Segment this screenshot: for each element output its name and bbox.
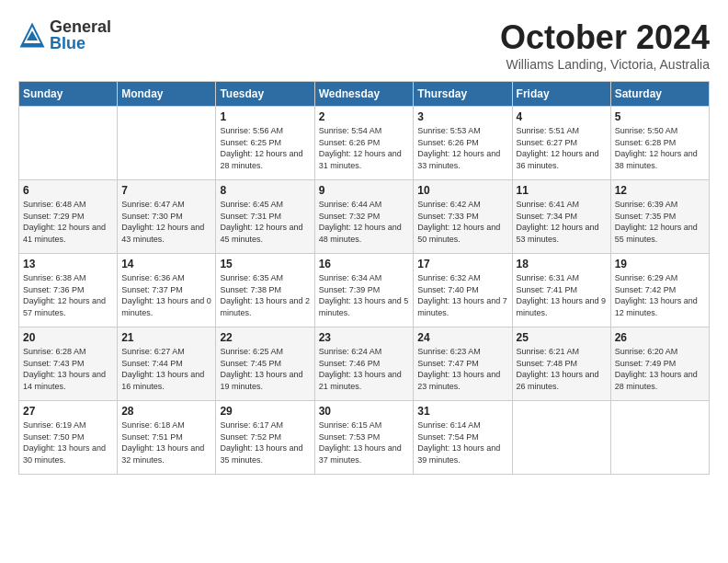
calendar-cell — [512, 401, 610, 475]
day-info: Sunrise: 6:19 AM Sunset: 7:50 PM Dayligh… — [23, 419, 113, 465]
calendar-cell: 17Sunrise: 6:32 AM Sunset: 7:40 PM Dayli… — [414, 254, 512, 327]
calendar-week-2: 6Sunrise: 6:48 AM Sunset: 7:29 PM Daylig… — [19, 180, 710, 254]
calendar-cell: 7Sunrise: 6:47 AM Sunset: 7:30 PM Daylig… — [118, 180, 216, 254]
calendar-cell: 29Sunrise: 6:17 AM Sunset: 7:52 PM Dayli… — [216, 401, 314, 475]
day-number: 6 — [23, 184, 113, 197]
calendar-cell: 6Sunrise: 6:48 AM Sunset: 7:29 PM Daylig… — [19, 180, 118, 254]
logo-blue-text: Blue — [50, 35, 111, 52]
day-header-saturday: Saturday — [610, 82, 709, 107]
day-number: 2 — [319, 110, 410, 123]
calendar-week-5: 27Sunrise: 6:19 AM Sunset: 7:50 PM Dayli… — [19, 401, 710, 475]
day-info: Sunrise: 6:17 AM Sunset: 7:52 PM Dayligh… — [220, 419, 310, 465]
day-info: Sunrise: 6:41 AM Sunset: 7:34 PM Dayligh… — [517, 199, 607, 245]
day-info: Sunrise: 6:18 AM Sunset: 7:51 PM Dayligh… — [121, 419, 211, 465]
day-info: Sunrise: 6:27 AM Sunset: 7:44 PM Dayligh… — [121, 346, 211, 392]
day-header-tuesday: Tuesday — [216, 82, 314, 107]
day-info: Sunrise: 6:21 AM Sunset: 7:48 PM Dayligh… — [517, 346, 607, 392]
day-info: Sunrise: 6:20 AM Sunset: 7:49 PM Dayligh… — [615, 346, 705, 392]
calendar-cell: 11Sunrise: 6:41 AM Sunset: 7:34 PM Dayli… — [512, 180, 610, 254]
day-info: Sunrise: 6:23 AM Sunset: 7:47 PM Dayligh… — [417, 346, 507, 392]
calendar-cell: 12Sunrise: 6:39 AM Sunset: 7:35 PM Dayli… — [610, 180, 709, 254]
day-header-thursday: Thursday — [414, 82, 512, 107]
calendar-cell: 2Sunrise: 5:54 AM Sunset: 6:26 PM Daylig… — [314, 107, 414, 180]
day-number: 20 — [23, 331, 113, 344]
day-number: 17 — [417, 258, 507, 270]
day-info: Sunrise: 6:38 AM Sunset: 7:36 PM Dayligh… — [23, 272, 113, 318]
calendar-cell: 10Sunrise: 6:42 AM Sunset: 7:33 PM Dayli… — [414, 180, 512, 254]
calendar-cell: 24Sunrise: 6:23 AM Sunset: 7:47 PM Dayli… — [414, 327, 512, 401]
calendar-cell: 3Sunrise: 5:53 AM Sunset: 6:26 PM Daylig… — [414, 107, 512, 180]
logo-general-text: General — [50, 18, 111, 35]
calendar-cell: 18Sunrise: 6:31 AM Sunset: 7:41 PM Dayli… — [512, 254, 610, 327]
day-number: 25 — [517, 331, 607, 344]
calendar-cell — [610, 401, 709, 475]
month-title: October 2024 — [500, 18, 710, 57]
day-number: 14 — [121, 258, 211, 270]
location-subtitle: Williams Landing, Victoria, Australia — [500, 57, 710, 72]
logo-icon — [18, 21, 46, 49]
calendar-cell: 8Sunrise: 6:45 AM Sunset: 7:31 PM Daylig… — [216, 180, 314, 254]
day-info: Sunrise: 6:35 AM Sunset: 7:38 PM Dayligh… — [220, 272, 310, 318]
day-info: Sunrise: 5:54 AM Sunset: 6:26 PM Dayligh… — [319, 125, 410, 171]
day-number: 11 — [517, 184, 607, 197]
calendar-cell: 13Sunrise: 6:38 AM Sunset: 7:36 PM Dayli… — [19, 254, 118, 327]
calendar-table: SundayMondayTuesdayWednesdayThursdayFrid… — [18, 81, 710, 475]
day-info: Sunrise: 6:14 AM Sunset: 7:54 PM Dayligh… — [417, 419, 507, 465]
day-number: 15 — [220, 258, 310, 270]
day-number: 1 — [220, 110, 310, 123]
calendar-week-1: 1Sunrise: 5:56 AM Sunset: 6:25 PM Daylig… — [19, 107, 710, 180]
day-header-wednesday: Wednesday — [314, 82, 414, 107]
day-info: Sunrise: 5:50 AM Sunset: 6:28 PM Dayligh… — [615, 125, 705, 171]
calendar-week-4: 20Sunrise: 6:28 AM Sunset: 7:43 PM Dayli… — [19, 327, 710, 401]
calendar-cell: 4Sunrise: 5:51 AM Sunset: 6:27 PM Daylig… — [512, 107, 610, 180]
day-info: Sunrise: 6:45 AM Sunset: 7:31 PM Dayligh… — [220, 199, 310, 245]
day-number: 4 — [517, 110, 607, 123]
calendar-cell: 21Sunrise: 6:27 AM Sunset: 7:44 PM Dayli… — [118, 327, 216, 401]
day-info: Sunrise: 6:15 AM Sunset: 7:53 PM Dayligh… — [319, 419, 410, 465]
day-number: 27 — [23, 405, 113, 418]
calendar-header-row: SundayMondayTuesdayWednesdayThursdayFrid… — [19, 82, 710, 107]
calendar-cell: 19Sunrise: 6:29 AM Sunset: 7:42 PM Dayli… — [610, 254, 709, 327]
day-info: Sunrise: 6:47 AM Sunset: 7:30 PM Dayligh… — [121, 199, 211, 245]
calendar-cell: 25Sunrise: 6:21 AM Sunset: 7:48 PM Dayli… — [512, 327, 610, 401]
day-number: 21 — [121, 331, 211, 344]
calendar-cell: 30Sunrise: 6:15 AM Sunset: 7:53 PM Dayli… — [314, 401, 414, 475]
day-info: Sunrise: 6:24 AM Sunset: 7:46 PM Dayligh… — [319, 346, 410, 392]
day-number: 8 — [220, 184, 310, 197]
calendar-cell: 5Sunrise: 5:50 AM Sunset: 6:28 PM Daylig… — [610, 107, 709, 180]
day-number: 13 — [23, 258, 113, 270]
calendar-cell: 31Sunrise: 6:14 AM Sunset: 7:54 PM Dayli… — [414, 401, 512, 475]
day-number: 24 — [417, 331, 507, 344]
day-number: 22 — [220, 331, 310, 344]
day-number: 16 — [319, 258, 410, 270]
logo: General Blue — [18, 18, 111, 52]
calendar-week-3: 13Sunrise: 6:38 AM Sunset: 7:36 PM Dayli… — [19, 254, 710, 327]
calendar-cell: 20Sunrise: 6:28 AM Sunset: 7:43 PM Dayli… — [19, 327, 118, 401]
calendar-cell: 23Sunrise: 6:24 AM Sunset: 7:46 PM Dayli… — [314, 327, 414, 401]
day-header-monday: Monday — [118, 82, 216, 107]
day-number: 28 — [121, 405, 211, 418]
day-info: Sunrise: 6:29 AM Sunset: 7:42 PM Dayligh… — [615, 272, 705, 318]
calendar-cell: 1Sunrise: 5:56 AM Sunset: 6:25 PM Daylig… — [216, 107, 314, 180]
logo-text: General Blue — [50, 18, 111, 52]
day-number: 23 — [319, 331, 410, 344]
day-header-sunday: Sunday — [19, 82, 118, 107]
calendar-cell: 9Sunrise: 6:44 AM Sunset: 7:32 PM Daylig… — [314, 180, 414, 254]
page-header: General Blue October 2024 Williams Landi… — [18, 18, 710, 72]
day-info: Sunrise: 6:31 AM Sunset: 7:41 PM Dayligh… — [517, 272, 607, 318]
day-number: 29 — [220, 405, 310, 418]
day-number: 12 — [615, 184, 705, 197]
calendar-cell — [19, 107, 118, 180]
day-info: Sunrise: 6:48 AM Sunset: 7:29 PM Dayligh… — [23, 199, 113, 245]
day-number: 10 — [417, 184, 507, 197]
day-number: 3 — [417, 110, 507, 123]
day-number: 5 — [615, 110, 705, 123]
day-number: 18 — [517, 258, 607, 270]
day-info: Sunrise: 5:56 AM Sunset: 6:25 PM Dayligh… — [220, 125, 310, 171]
calendar-cell: 15Sunrise: 6:35 AM Sunset: 7:38 PM Dayli… — [216, 254, 314, 327]
title-area: October 2024 Williams Landing, Victoria,… — [500, 18, 710, 72]
day-info: Sunrise: 5:51 AM Sunset: 6:27 PM Dayligh… — [517, 125, 607, 171]
day-number: 26 — [615, 331, 705, 344]
calendar-cell — [118, 107, 216, 180]
day-number: 7 — [121, 184, 211, 197]
